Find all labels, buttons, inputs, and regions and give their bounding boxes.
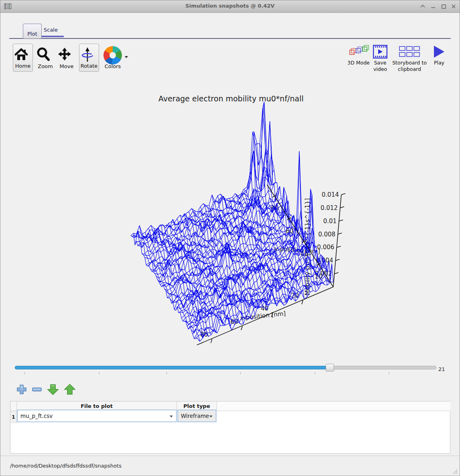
slider-tick — [315, 372, 315, 374]
svg-text:0.012: 0.012 — [320, 204, 338, 212]
rotate-icon — [79, 46, 95, 63]
column-header-empty — [217, 401, 450, 411]
play-label: Play — [430, 60, 449, 66]
slider-tick — [389, 372, 389, 374]
rotate-label: Rotate — [79, 63, 99, 69]
colors-wheel-icon — [103, 46, 122, 65]
svg-text:0.008: 0.008 — [318, 231, 335, 238]
home-button[interactable]: Home — [13, 44, 33, 72]
colors-dropdown-arrow-icon[interactable] — [124, 55, 129, 59]
slider-tick — [24, 372, 25, 374]
save-video-button[interactable]: Save video — [371, 44, 389, 73]
home-label: Home — [13, 63, 32, 69]
app-window: Simulation snapshots @ 0.42V Plot Scale … — [0, 0, 460, 476]
tab-plot[interactable]: Plot — [23, 24, 42, 38]
play-button[interactable]: Play — [430, 44, 449, 66]
plot-3d-canvas[interactable]: 20406080204060800.0020.0040.0060.0080.01… — [12, 79, 450, 359]
svg-text:0.014: 0.014 — [322, 191, 339, 198]
colors-label: Colors — [101, 63, 124, 69]
slider-tick — [240, 372, 241, 374]
status-path: /home/rod/Desktop/dfsdsffdssdf/snapshots — [10, 463, 122, 469]
move-up-button[interactable] — [63, 383, 77, 396]
move-button[interactable]: Move — [57, 44, 77, 72]
resize-grip[interactable] — [452, 469, 458, 474]
3d-mode-icon — [348, 44, 369, 59]
tab-pane-border — [9, 38, 451, 39]
slider-tick — [166, 372, 167, 374]
storyboard-label: Storyboard to clipboard — [391, 60, 428, 73]
zoom-label: Zoom — [35, 63, 55, 69]
row-header[interactable]: 1 — [10, 411, 17, 423]
remove-row-button[interactable] — [30, 383, 44, 396]
snapshot-slider-fill — [15, 366, 330, 369]
storyboard-button[interactable]: Storyboard to clipboard — [391, 44, 428, 73]
window-title: Simulation snapshots @ 0.42V — [0, 3, 460, 9]
move-label: Move — [57, 63, 77, 69]
file-to-plot-combobox[interactable]: mu_p_ft.csv — [17, 410, 176, 422]
chevron-down-icon — [170, 415, 173, 418]
status-bar: /home/rod/Desktop/dfsdsffdssdf/snapshots — [0, 456, 460, 476]
zoom-button[interactable]: Zoom — [35, 44, 55, 72]
colors-button[interactable]: Colors — [101, 44, 124, 72]
svg-text:40: 40 — [261, 305, 268, 312]
svg-text:0.01: 0.01 — [323, 218, 336, 225]
add-row-button[interactable] — [15, 383, 28, 396]
tabbar-accent — [42, 36, 64, 37]
snapshot-slider-handle[interactable] — [326, 364, 334, 371]
shade-window-icon[interactable] — [419, 3, 426, 10]
minimize-icon[interactable] — [430, 3, 436, 10]
rotate-button[interactable]: Rotate — [79, 44, 99, 72]
slider-tick — [99, 372, 99, 374]
3d-mode-label: 3D Mode — [346, 60, 371, 66]
files-table: File to plot Plot type 1 mu_p_ft.csv Wir… — [10, 401, 450, 454]
save-video-icon — [373, 45, 387, 58]
file-to-plot-value: mu_p_ft.csv — [20, 413, 53, 419]
plot-type-combobox[interactable]: Wireframe — [178, 410, 216, 422]
slider-value: 21 — [438, 366, 445, 372]
maximize-icon[interactable] — [440, 3, 447, 10]
home-icon — [13, 46, 29, 63]
plot-3d-svg: 20406080204060800.0020.0040.0060.0080.01… — [12, 79, 450, 359]
zoom-icon — [35, 46, 51, 62]
3d-mode-button[interactable]: 3D Mode — [346, 44, 371, 66]
tab-scale[interactable]: Scale — [44, 27, 58, 33]
move-icon — [57, 46, 73, 62]
save-video-label: Save video — [371, 60, 389, 73]
table-corner-header — [10, 401, 17, 411]
play-icon — [433, 45, 446, 58]
plot-type-value: Wireframe — [181, 413, 209, 419]
storyboard-icon — [399, 46, 420, 58]
move-down-button[interactable] — [46, 383, 60, 396]
svg-text:Average electron mobility mu0*: Average electron mobility mu0*nf/nall — [158, 94, 304, 103]
title-bar[interactable]: Simulation snapshots @ 0.42V — [0, 0, 460, 13]
close-icon[interactable] — [450, 3, 457, 10]
chevron-down-icon — [209, 415, 213, 418]
